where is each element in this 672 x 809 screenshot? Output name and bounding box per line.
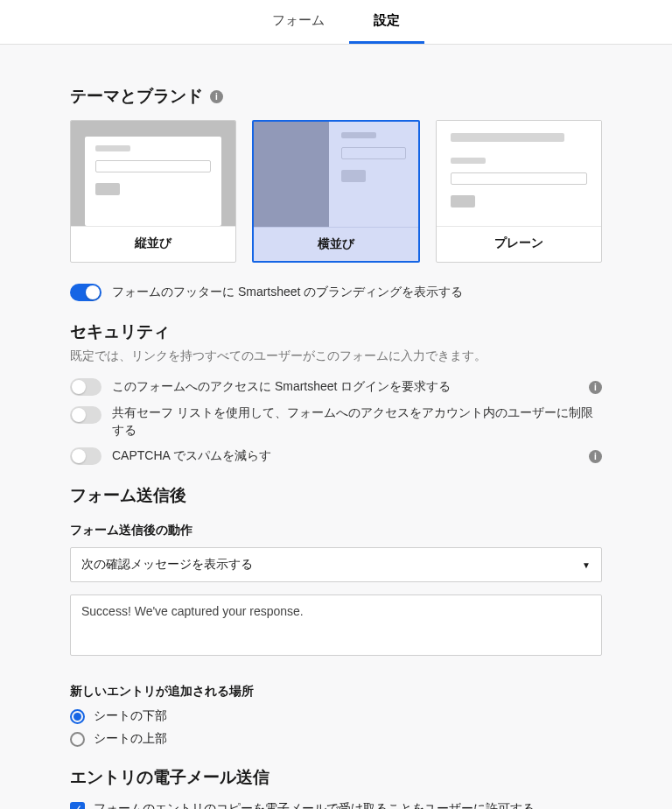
captcha-label: CAPTCHA でスパムを減らす [112,447,578,465]
theme-preview-plain [437,121,601,226]
success-message-textarea[interactable] [70,594,602,656]
info-icon[interactable]: i [589,450,602,463]
info-icon[interactable]: i [589,381,602,394]
theme-options: 縦並び 横並び プレーン [70,120,602,263]
allow-copy-checkbox[interactable]: ✓ [70,802,85,809]
allow-copy-label: フォームのエントリのコピーを電子メールで受け取ることをユーザーに許可する [94,801,535,809]
theme-card-vertical[interactable]: 縦並び [70,120,236,263]
info-icon[interactable]: i [210,90,223,103]
safe-list-toggle[interactable] [70,406,102,424]
security-heading-text: セキュリティ [70,320,170,343]
radio-bottom[interactable] [70,709,85,724]
theme-label-plain: プレーン [437,226,601,260]
captcha-toggle[interactable] [70,447,102,465]
theme-card-horizontal[interactable]: 横並び [252,120,420,263]
radio-top-row[interactable]: シートの上部 [70,731,602,747]
theme-preview-vertical [71,121,235,226]
behavior-select[interactable]: 次の確認メッセージを表示する ▼ [70,547,602,582]
require-login-toggle[interactable] [70,378,102,396]
after-submit-heading: フォーム送信後 [70,484,602,507]
tab-form[interactable]: フォーム [248,0,349,44]
theme-heading: テーマとブランド i [70,85,602,108]
security-description: 既定では、リンクを持つすべてのユーザーがこのフォームに入力できます。 [70,348,602,364]
email-heading: エントリの電子メール送信 [70,766,602,789]
captcha-row: CAPTCHA でスパムを減らす i [70,447,602,465]
safe-list-label: 共有セーフ リストを使用して、フォームへのアクセスをアカウント内のユーザーに制限… [112,404,602,439]
theme-label-vertical: 縦並び [71,226,235,260]
theme-heading-text: テーマとブランド [70,85,203,108]
email-heading-text: エントリの電子メール送信 [70,766,270,789]
footer-branding-row: フォームのフッターに Smartsheet のブランディングを表示する [70,284,602,301]
after-submit-heading-text: フォーム送信後 [70,484,186,507]
radio-bottom-label: シートの下部 [94,708,167,724]
footer-branding-toggle[interactable] [70,284,102,301]
require-login-row: このフォームへのアクセスに Smartsheet ログインを要求する i [70,378,602,396]
tab-settings[interactable]: 設定 [349,0,424,44]
radio-top[interactable] [70,732,85,747]
radio-top-label: シートの上部 [94,731,167,747]
chevron-down-icon: ▼ [582,560,591,570]
security-heading: セキュリティ [70,320,602,343]
allow-copy-row[interactable]: ✓ フォームのエントリのコピーを電子メールで受け取ることをユーザーに許可する [70,801,602,809]
behavior-label: フォーム送信後の動作 [70,523,602,538]
theme-card-plain[interactable]: プレーン [436,120,602,263]
safe-list-row: 共有セーフ リストを使用して、フォームへのアクセスをアカウント内のユーザーに制限… [70,404,602,439]
radio-bottom-row[interactable]: シートの下部 [70,708,602,724]
behavior-selected-value: 次の確認メッセージを表示する [81,557,253,573]
settings-content: テーマとブランド i 縦並び [21,45,651,809]
require-login-label: このフォームへのアクセスに Smartsheet ログインを要求する [112,378,578,396]
theme-label-horizontal: 横並び [254,227,418,261]
tab-bar: フォーム 設定 [0,0,672,45]
new-entry-label: 新しいエントリが追加される場所 [70,684,602,700]
theme-preview-horizontal [254,122,418,227]
footer-branding-label: フォームのフッターに Smartsheet のブランディングを表示する [112,284,602,301]
